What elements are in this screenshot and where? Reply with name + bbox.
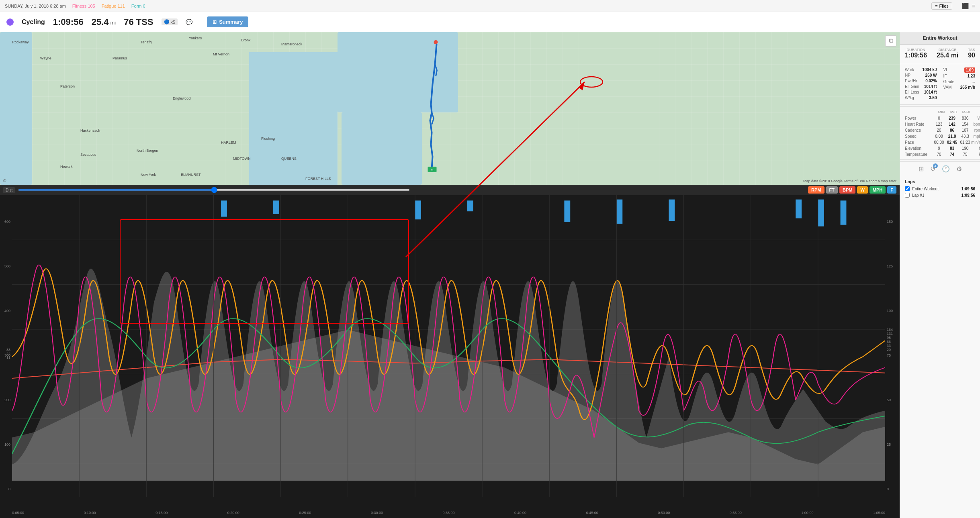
date-label: SUNDAY, July 1, 2018 6:28 am xyxy=(5,4,66,8)
tss-group: TSS 90 xyxy=(968,48,975,59)
w-button[interactable]: W xyxy=(857,186,867,194)
bpm-button[interactable]: BPM xyxy=(839,186,855,194)
settings-icon[interactable]: ⚙ xyxy=(956,165,962,173)
temp-stat-row: Temperature 70 74 75 F xyxy=(905,152,975,157)
summary-grid-icon: ⊞ xyxy=(213,19,217,25)
entire-workout-lap: Entire Workout 1:09:56 xyxy=(905,186,975,191)
dist-axis-button[interactable]: Dist xyxy=(3,187,15,193)
map-background: Rockaway Wayne Paterson Paramus Tenafly … xyxy=(0,32,900,185)
right-panel-header: Entire Workout xyxy=(900,32,980,45)
tss-label: TSS xyxy=(968,48,975,52)
ft-button[interactable]: FT xyxy=(826,186,838,194)
activity-bar: Cycling 1:09:56 25.4 mi 76 TSS 🔵 x5 💬 ⊞ … xyxy=(0,12,980,32)
chart-icon[interactable]: ⬛ xyxy=(962,3,969,9)
chart-svg-area: 600 500 400 300 200 100 0 332211 150 125… xyxy=(0,195,900,516)
elloss-row: El. Loss 1014 ft xyxy=(905,90,937,94)
pace-stat-row: Pace 00:00 02:45 01:23 min/mi xyxy=(905,140,975,145)
duration-distance-row: Duration 1:09:56 Distance 25.4 mi TSS 90 xyxy=(905,48,975,59)
badge-wrapper: ↺ 4 xyxy=(930,165,935,173)
elgain-row: El. Gain 1014 ft xyxy=(905,84,937,89)
summary-button[interactable]: ⊞ Summary xyxy=(207,16,248,27)
y-axis-right: 150 125 100 75 50 25 0 xyxy=(885,195,900,516)
tss-stat: 76 TSS xyxy=(124,17,153,27)
chart-metric-buttons: RPM FT BPM W MPH F xyxy=(808,186,896,194)
wkg-row: W/kg 3.50 xyxy=(905,96,937,100)
svg-text:S: S xyxy=(431,168,433,172)
svg-rect-19 xyxy=(841,200,847,224)
entire-workout-checkbox[interactable] xyxy=(905,186,910,191)
workout-top-stats: Duration 1:09:56 Distance 25.4 mi TSS 90 xyxy=(900,45,980,64)
pwrhr-row: Pwr/Hr 0.02% xyxy=(905,79,937,83)
route-svg: S xyxy=(0,32,900,185)
chart-range-slider[interactable] xyxy=(18,189,410,191)
duration-stat: 1:09:56 xyxy=(53,17,84,27)
power-stat-row: Power 0 239 836 W xyxy=(905,116,975,121)
cadence-stat-row: Cadence 20 86 107 rpm xyxy=(905,128,975,133)
duration-val: 1:09:56 xyxy=(905,52,927,59)
layers-icon: ⧉ xyxy=(889,37,893,45)
chart-toolbar: Dist RPM FT BPM W MPH F xyxy=(0,185,900,195)
metrics-two-cols: Work 1004 kJ NP 260 W Pwr/Hr 0.02% El. G… xyxy=(905,67,975,101)
comment-icon[interactable]: 💬 xyxy=(186,19,192,25)
grade-row: Grade -- xyxy=(943,80,976,84)
activity-title: Cycling xyxy=(22,18,45,26)
svg-rect-17 xyxy=(796,200,802,218)
svg-rect-13 xyxy=(467,200,473,211)
laps-section: Laps Entire Workout 1:09:56 Lap #1 1:09:… xyxy=(900,176,980,202)
min-avg-max-header: MIN AVG MAX xyxy=(900,108,980,116)
tss-value: 76 TSS xyxy=(124,17,153,27)
fatigue-label: Fatigue 111 xyxy=(102,4,125,8)
distance-label: Distance xyxy=(937,48,958,52)
vi-row: VI 1.09 xyxy=(943,67,976,73)
y-axis-left-secondary: 332211 xyxy=(0,348,12,360)
svg-rect-15 xyxy=(616,200,622,224)
x5-badge: 🔵 x5 xyxy=(162,18,178,25)
if-row: IF 1.23 xyxy=(943,74,976,78)
svg-rect-18 xyxy=(818,200,824,226)
duration-label: Duration xyxy=(905,48,927,52)
svg-rect-12 xyxy=(415,200,421,219)
table-icon[interactable]: ⊞ xyxy=(919,165,924,173)
clock-icon[interactable]: 🕐 xyxy=(942,165,950,173)
f-button[interactable]: F xyxy=(887,186,896,194)
distance-value: 25.4 xyxy=(92,17,109,27)
svg-rect-16 xyxy=(669,200,675,221)
google-logo: © xyxy=(3,179,6,183)
vi-value: 1.09 xyxy=(964,67,975,73)
files-icon: ≡ xyxy=(935,4,937,8)
mph-button[interactable]: MPH xyxy=(870,186,886,194)
distance-group: Distance 25.4 mi xyxy=(937,48,958,59)
top-icons: ⬛ ≡ xyxy=(962,3,975,9)
map-attribution: Map data ©2018 Google Terms of Use Repor… xyxy=(803,179,896,183)
elevation-stat-row: Elevation 9 83 190 ft xyxy=(905,146,975,151)
stats-table: Power 0 239 836 W Heart Rate 123 142 154… xyxy=(900,116,980,158)
vam-row: VAM 265 m/h xyxy=(943,85,976,90)
fitness-label: Fitness 105 xyxy=(72,4,95,8)
svg-point-2 xyxy=(434,40,438,44)
metrics-right-col: VI 1.09 IF 1.23 Grade -- VAM 265 m/h xyxy=(943,67,976,101)
duration-value: 1:09:56 xyxy=(53,17,84,27)
metrics-grid: Work 1004 kJ NP 260 W Pwr/Hr 0.02% El. G… xyxy=(900,64,980,105)
speed-stat-row: Speed 0.00 21.8 43.3 mph xyxy=(905,134,975,139)
top-bar: SUNDAY, July 1, 2018 6:28 am Fitness 105… xyxy=(0,0,980,12)
map-container[interactable]: Rockaway Wayne Paterson Paramus Tenafly … xyxy=(0,32,900,185)
lap1-checkbox[interactable] xyxy=(905,193,910,198)
svg-rect-10 xyxy=(221,200,227,216)
tss-val: 90 xyxy=(968,52,975,59)
right-panel: Entire Workout Duration 1:09:56 Distance… xyxy=(900,32,980,518)
x-axis-labels: 0:05:00 0:10:00 0:15:00 0:20:00 0:25:00 … xyxy=(12,511,885,515)
divider-2 xyxy=(900,159,980,160)
svg-rect-11 xyxy=(273,200,279,214)
panel-action-icons: ⊞ ↺ 4 🕐 ⚙ xyxy=(900,161,980,176)
form-label: Form 6 xyxy=(131,4,145,8)
duration-group: Duration 1:09:56 xyxy=(905,48,927,59)
lap1-row: Lap #1 1:09:56 xyxy=(905,193,975,198)
list-icon[interactable]: ≡ xyxy=(972,3,975,9)
files-button[interactable]: ≡ Files xyxy=(931,2,952,10)
divider-1 xyxy=(900,106,980,107)
map-layers-button[interactable]: ⧉ xyxy=(885,35,896,47)
distance-stat: 25.4 mi xyxy=(92,17,116,27)
activity-type-dot xyxy=(6,18,14,26)
rpm-button[interactable]: RPM xyxy=(808,186,824,194)
laps-header: Laps xyxy=(905,179,975,184)
